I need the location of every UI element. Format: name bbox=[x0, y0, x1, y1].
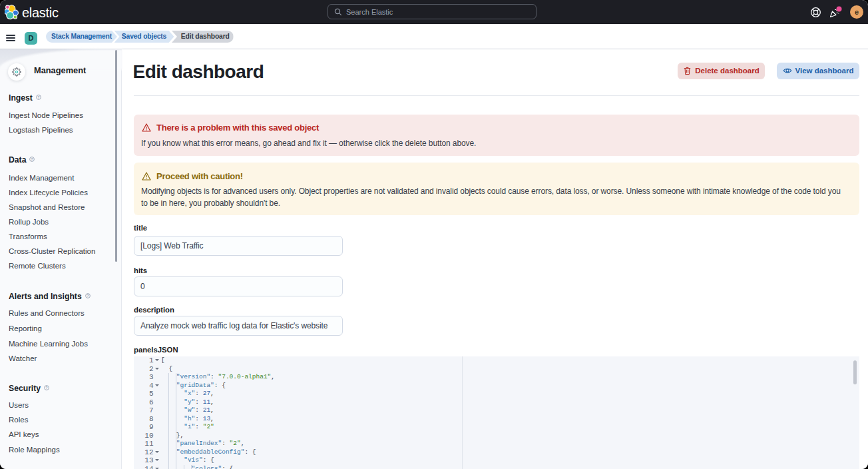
svg-text:?: ? bbox=[37, 95, 39, 99]
svg-text:?: ? bbox=[45, 386, 47, 390]
svg-text:?: ? bbox=[31, 157, 33, 161]
svg-text:?: ? bbox=[87, 294, 89, 298]
